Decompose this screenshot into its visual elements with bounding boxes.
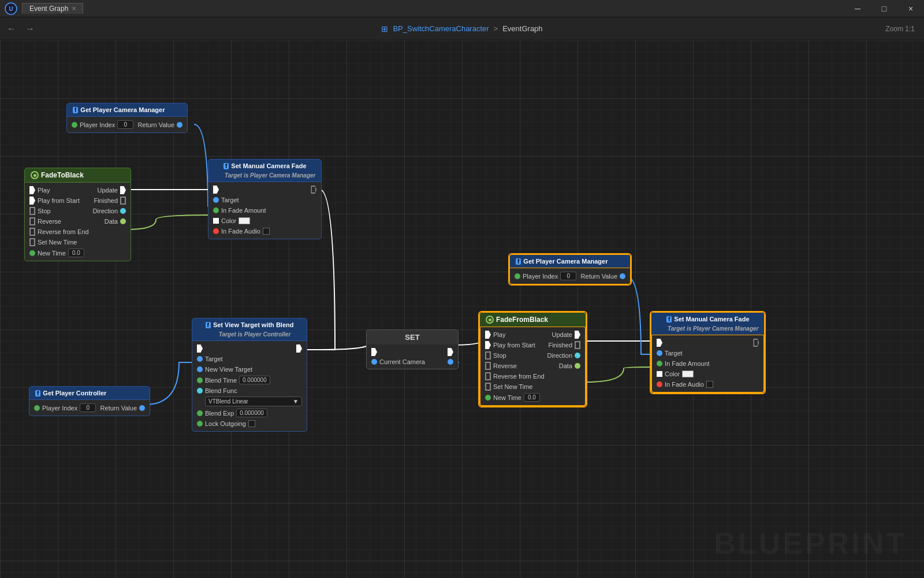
tab-label: Event Graph xyxy=(29,5,68,13)
node-set-manual-camera-fade-1[interactable]: f Set Manual Camera Fade Target is Playe… xyxy=(208,159,322,239)
reverse-row: Reverse Data xyxy=(25,216,131,227)
new-time-pin[interactable] xyxy=(29,250,35,256)
color-pin[interactable] xyxy=(213,218,219,224)
play-from-start-exec[interactable] xyxy=(485,341,491,349)
graph-tab[interactable]: Event Graph × xyxy=(22,3,83,14)
node-fade-from-black[interactable]: FadeFromBlack Play Update Play from Star… xyxy=(478,311,587,407)
set-new-time-exec[interactable] xyxy=(29,238,35,246)
node-set[interactable]: SET Current Camera xyxy=(366,329,459,369)
node-fade-to-black[interactable]: FadeToBlack Play Update Play from Start xyxy=(24,168,131,261)
blueprint-watermark: BLUEPRINT xyxy=(714,526,907,561)
data-pin[interactable] xyxy=(575,363,580,369)
exec-out[interactable] xyxy=(753,339,759,347)
in-fade-amount-pin[interactable] xyxy=(213,208,219,213)
lock-outgoing-pin[interactable] xyxy=(197,421,203,427)
blend-func-dropdown[interactable]: VTBlend Linear ▼ xyxy=(205,397,302,406)
function-label: f xyxy=(35,390,40,397)
node-set-view-target-with-blend[interactable]: f Set View Target with Blend Target is P… xyxy=(192,318,307,432)
back-button[interactable]: ← xyxy=(7,24,16,34)
minimize-button[interactable]: ─ xyxy=(844,0,871,17)
exec-out[interactable] xyxy=(448,348,453,356)
in-fade-audio-checkbox[interactable] xyxy=(706,381,713,388)
timeline-icon xyxy=(486,316,494,324)
breadcrumb-separator: > xyxy=(494,24,498,33)
node-title: Get Player Camera Manager xyxy=(523,258,608,265)
blend-func-pin[interactable] xyxy=(197,388,203,394)
node-title: FadeToBlack xyxy=(41,171,84,179)
play-from-start-row: Play from Start Finished xyxy=(25,195,131,206)
close-button[interactable]: × xyxy=(897,0,924,17)
new-time-pin[interactable] xyxy=(485,395,491,401)
window-controls: ─ □ × xyxy=(844,0,924,17)
target-pin[interactable] xyxy=(213,197,219,203)
return-value-pin[interactable] xyxy=(620,273,625,279)
title-bar: U Event Graph × ─ □ × xyxy=(0,0,924,17)
finished-exec-out[interactable] xyxy=(120,197,126,205)
in-fade-audio-pin[interactable] xyxy=(657,381,662,387)
forward-button[interactable]: → xyxy=(25,24,35,34)
player-index-pin[interactable] xyxy=(34,405,40,411)
exec-in[interactable] xyxy=(213,186,219,194)
stop-exec[interactable] xyxy=(29,207,35,215)
update-exec-out[interactable] xyxy=(575,331,580,339)
reverse-exec[interactable] xyxy=(485,362,491,370)
new-view-target-pin[interactable] xyxy=(197,366,203,372)
node-title: Set Manual Camera Fade xyxy=(674,316,749,323)
new-time-row: New Time 0.0 xyxy=(25,247,131,258)
node-set-manual-camera-fade-2[interactable]: f Set Manual Camera Fade Target is Playe… xyxy=(650,311,766,394)
reverse-from-end-exec[interactable] xyxy=(485,372,491,380)
function-label: f xyxy=(73,107,78,113)
color-swatch[interactable] xyxy=(239,217,250,224)
data-pin[interactable] xyxy=(120,218,126,224)
return-value-pin[interactable] xyxy=(177,122,182,128)
player-index-row: Player Index 0 Return Value xyxy=(67,119,187,130)
node-subtitle: Target is Player Camera Manager xyxy=(225,172,315,179)
app-logo: U xyxy=(5,2,17,15)
svg-text:U: U xyxy=(9,6,13,12)
timeline-icon xyxy=(31,171,39,179)
node-get-player-camera-manager-1[interactable]: f Get Player Camera Manager Player Index… xyxy=(66,103,188,133)
target-pin[interactable] xyxy=(197,356,203,362)
set-new-time-row: Set New Time xyxy=(25,237,131,247)
player-index-pin[interactable] xyxy=(515,273,520,279)
current-camera-in-pin[interactable] xyxy=(371,359,377,365)
in-fade-audio-pin[interactable] xyxy=(213,228,219,234)
exec-in[interactable] xyxy=(197,344,203,353)
color-pin[interactable] xyxy=(657,371,662,377)
play-exec-in[interactable] xyxy=(29,186,35,194)
exec-out[interactable] xyxy=(311,186,316,194)
node-subtitle: Target is Player Controller xyxy=(219,331,291,338)
play-row: Play Update xyxy=(25,185,131,195)
set-new-time-exec[interactable] xyxy=(485,383,491,391)
exec-in[interactable] xyxy=(657,339,662,347)
node-get-player-controller[interactable]: f Get Player Controller Player Index 0 R… xyxy=(29,386,150,416)
current-camera-out-pin[interactable] xyxy=(448,359,453,365)
maximize-button[interactable]: □ xyxy=(871,0,897,17)
blend-exp-pin[interactable] xyxy=(197,410,203,416)
blueprint-canvas[interactable]: f Get Player Camera Manager Player Index… xyxy=(0,40,924,578)
play-from-start-exec[interactable] xyxy=(29,197,35,205)
lock-outgoing-checkbox[interactable] xyxy=(248,420,255,427)
reverse-from-end-exec[interactable] xyxy=(29,228,35,236)
direction-pin[interactable] xyxy=(120,208,126,214)
tab-close-icon[interactable]: × xyxy=(72,5,76,13)
target-pin[interactable] xyxy=(657,350,662,356)
update-exec-out[interactable] xyxy=(120,186,126,194)
play-exec-in[interactable] xyxy=(485,331,491,339)
stop-exec[interactable] xyxy=(485,351,491,360)
finished-exec[interactable] xyxy=(575,341,580,349)
reverse-exec[interactable] xyxy=(29,217,35,225)
color-swatch[interactable] xyxy=(682,370,694,377)
player-index-pin[interactable] xyxy=(72,122,77,128)
in-fade-amount-pin[interactable] xyxy=(657,361,662,366)
node-get-player-camera-manager-2[interactable]: f Get Player Camera Manager Player Index… xyxy=(508,253,632,286)
function-label: f xyxy=(223,163,229,169)
in-fade-audio-checkbox[interactable] xyxy=(263,228,270,235)
blend-time-pin[interactable] xyxy=(197,377,203,383)
return-value-pin[interactable] xyxy=(139,405,145,411)
direction-pin[interactable] xyxy=(575,353,580,358)
breadcrumb-graph: EventGraph xyxy=(502,24,542,33)
exec-in[interactable] xyxy=(371,348,377,356)
breadcrumb-project[interactable]: BP_SwitchCameraCharacter xyxy=(393,24,489,33)
exec-out[interactable] xyxy=(296,344,302,353)
